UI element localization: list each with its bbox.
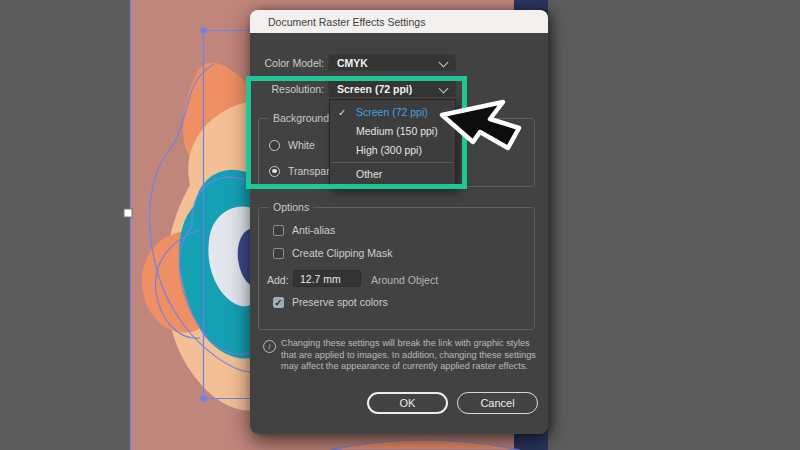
anti-alias-label: Anti-alias: [292, 224, 335, 236]
menu-item-label: Screen (72 ppi): [356, 106, 428, 118]
transparent-radio-icon[interactable]: [269, 166, 280, 177]
selection-handle[interactable]: [124, 209, 132, 217]
info-icon: i: [263, 340, 276, 353]
check-icon: ✓: [274, 298, 283, 308]
resolution-select[interactable]: Screen (72 ppi): [328, 80, 456, 97]
clipping-mask-label: Create Clipping Mask: [292, 247, 392, 259]
options-group-label: Options: [269, 201, 313, 213]
resolution-value: Screen (72 ppi): [337, 83, 412, 95]
menu-item-high-300ppi[interactable]: High (300 ppi): [330, 141, 455, 160]
menu-item-other[interactable]: Other: [330, 165, 455, 184]
preserve-spot-colors-label: Preserve spot colors: [292, 296, 388, 308]
info-line: may affect the appearance of currently a…: [281, 361, 539, 373]
resolution-label: Resolution:: [250, 83, 324, 95]
info-line: that are applied to images. In addition,…: [281, 350, 539, 362]
selection-handle[interactable]: [201, 28, 207, 34]
cancel-button[interactable]: Cancel: [457, 392, 538, 414]
color-model-value: CMYK: [337, 57, 368, 69]
anti-alias-checkbox[interactable]: [273, 225, 284, 236]
dialog-title: Document Raster Effects Settings: [250, 16, 425, 28]
dialog-body: Color Model: CMYK Resolution: Screen (72…: [250, 33, 548, 434]
raster-effects-dialog: Document Raster Effects Settings Color M…: [250, 10, 548, 434]
around-object-label: Around Object: [371, 274, 438, 286]
options-group: Options Anti-alias Create Clipping Mask …: [258, 207, 535, 330]
chevron-down-icon: [439, 58, 449, 68]
menu-item-label: Medium (150 ppi): [356, 125, 438, 137]
selection-handle[interactable]: [201, 396, 207, 402]
menu-item-screen-72ppi[interactable]: ✓ Screen (72 ppi): [330, 103, 455, 122]
add-amount-input[interactable]: [293, 270, 361, 287]
checkmark-icon: ✓: [338, 103, 346, 122]
radio-white[interactable]: White: [269, 139, 315, 151]
color-model-label: Color Model:: [250, 57, 324, 69]
menu-separator: [331, 162, 454, 163]
info-text: Changing these settings will break the l…: [281, 338, 539, 373]
menu-item-label: High (300 ppi): [356, 144, 422, 156]
background-group-label: Background: [269, 112, 333, 124]
white-radio-label: White: [288, 139, 315, 151]
anti-alias-row[interactable]: Anti-alias: [273, 224, 335, 236]
dialog-titlebar[interactable]: Document Raster Effects Settings: [250, 10, 548, 33]
menu-item-medium-150ppi[interactable]: Medium (150 ppi): [330, 122, 455, 141]
white-radio-icon[interactable]: [269, 140, 280, 151]
menu-item-label: Other: [356, 168, 382, 180]
clipping-mask-row[interactable]: Create Clipping Mask: [273, 247, 392, 259]
add-label: Add:: [267, 274, 289, 286]
resolution-menu: ✓ Screen (72 ppi) Medium (150 ppi) High …: [329, 99, 456, 188]
color-model-select[interactable]: CMYK: [328, 54, 456, 71]
preserve-spot-colors-checkbox[interactable]: ✓: [273, 297, 284, 308]
chevron-down-icon: [439, 84, 449, 94]
info-line: Changing these settings will break the l…: [281, 338, 539, 350]
clipping-mask-checkbox[interactable]: [273, 248, 284, 259]
preserve-spot-colors-row[interactable]: ✓ Preserve spot colors: [273, 296, 388, 308]
ok-button[interactable]: OK: [367, 392, 448, 414]
